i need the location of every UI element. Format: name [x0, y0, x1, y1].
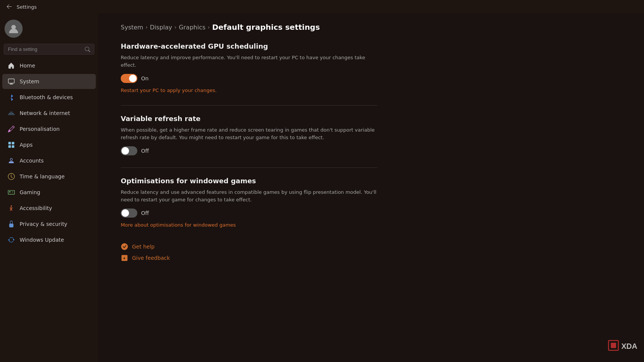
sidebar-item-apps[interactable]: Apps [2, 137, 96, 152]
variable-refresh-desc: When possible, get a higher frame rate a… [121, 126, 377, 141]
toggle-track-windowed [121, 209, 137, 218]
windowed-games-title: Optimisations for windowed games [121, 177, 377, 185]
system-icon [8, 78, 15, 85]
variable-refresh-toggle-label: Off [141, 148, 149, 154]
sidebar-item-personalisation[interactable]: Personalisation [2, 121, 96, 137]
svg-point-8 [11, 206, 12, 207]
breadcrumb-current: Default graphics settings [212, 23, 320, 32]
toggle-thumb-vrr [121, 147, 129, 155]
sidebar-label-system: System [20, 78, 39, 84]
toggle-track-gpu [121, 74, 137, 83]
svg-rect-10 [611, 343, 616, 348]
windowed-games-toggle[interactable] [121, 209, 137, 218]
breadcrumb-sep-2: › [174, 24, 177, 30]
sidebar-item-gaming[interactable]: Gaming [2, 185, 96, 200]
search-box[interactable] [4, 44, 94, 55]
update-icon [8, 236, 15, 244]
variable-refresh-toggle-row: Off [121, 146, 377, 155]
variable-refresh-section: Variable refresh rate When possible, get… [121, 115, 377, 155]
toggle-thumb-windowed [121, 209, 129, 217]
sidebar-item-privacy[interactable]: Privacy & security [2, 216, 96, 232]
breadcrumb-sep-1: › [146, 24, 148, 30]
restart-warning[interactable]: Restart your PC to apply your changes. [121, 87, 217, 93]
user-profile [0, 14, 98, 44]
svg-rect-7 [12, 145, 14, 148]
avatar [5, 20, 23, 38]
get-help-label: Get help [132, 244, 155, 250]
sidebar-item-home[interactable]: Home [2, 58, 96, 73]
breadcrumb-sep-3: › [208, 24, 210, 30]
sidebar-item-network[interactable]: Network & internet [2, 106, 96, 121]
sidebar: Home System Bluetooth & devices [0, 14, 98, 362]
privacy-icon [8, 220, 15, 228]
toggle-thumb-gpu [129, 75, 137, 82]
gpu-scheduling-toggle-row: On [121, 74, 377, 83]
gpu-scheduling-section: Hardware-accelerated GPU scheduling Redu… [121, 42, 377, 93]
breadcrumb-display[interactable]: Display [150, 24, 172, 31]
titlebar: Settings [0, 0, 644, 14]
gpu-scheduling-toggle[interactable] [121, 74, 137, 83]
sidebar-item-update[interactable]: Windows Update [2, 232, 96, 247]
svg-rect-4 [8, 142, 11, 144]
help-section: Get help Give feedback [121, 243, 621, 262]
breadcrumb: System › Display › Graphics › Default gr… [121, 23, 621, 32]
sidebar-item-system[interactable]: System [2, 74, 96, 89]
sidebar-label-home: Home [20, 63, 35, 69]
give-feedback-icon [121, 254, 128, 262]
accounts-icon [8, 157, 15, 164]
divider-1 [121, 105, 377, 106]
sidebar-label-accessibility: Accessibility [20, 205, 52, 211]
sidebar-item-accessibility[interactable]: Accessibility [2, 201, 96, 216]
sidebar-label-personalisation: Personalisation [20, 126, 60, 132]
apps-icon [8, 141, 15, 149]
give-feedback-row[interactable]: Give feedback [121, 254, 621, 262]
windowed-games-toggle-label: Off [141, 210, 149, 216]
search-icon [85, 47, 90, 52]
personalisation-icon [8, 125, 15, 133]
sidebar-label-privacy: Privacy & security [20, 221, 67, 227]
windowed-games-toggle-row: Off [121, 209, 377, 218]
get-help-icon [121, 243, 128, 250]
get-help-row[interactable]: Get help [121, 243, 621, 250]
back-button[interactable] [5, 2, 14, 11]
breadcrumb-system[interactable]: System [121, 24, 143, 31]
gaming-icon [8, 189, 15, 196]
svg-text:XDA: XDA [621, 342, 637, 350]
breadcrumb-graphics[interactable]: Graphics [179, 24, 206, 31]
give-feedback-label: Give feedback [132, 255, 170, 261]
titlebar-title: Settings [17, 4, 37, 10]
app-layout: Home System Bluetooth & devices [0, 14, 644, 362]
windowed-games-link[interactable]: More about optimisations for windowed ga… [121, 222, 236, 228]
toggle-track-vrr [121, 146, 137, 155]
svg-rect-6 [8, 145, 11, 148]
time-icon [8, 173, 15, 180]
divider-2 [121, 167, 377, 168]
bluetooth-icon [8, 94, 15, 101]
sidebar-label-time: Time & language [20, 173, 65, 179]
sidebar-label-bluetooth: Bluetooth & devices [20, 94, 73, 100]
main-content: System › Display › Graphics › Default gr… [98, 14, 644, 362]
xda-watermark: XDA [608, 340, 638, 356]
svg-rect-1 [8, 79, 14, 83]
gpu-scheduling-desc: Reduce latency and improve performance. … [121, 54, 377, 69]
svg-rect-5 [12, 142, 14, 144]
sidebar-label-network: Network & internet [20, 110, 70, 116]
variable-refresh-toggle[interactable] [121, 146, 137, 155]
search-input[interactable] [8, 46, 82, 52]
sidebar-label-gaming: Gaming [20, 189, 40, 195]
sidebar-label-accounts: Accounts [20, 158, 44, 164]
gpu-scheduling-title: Hardware-accelerated GPU scheduling [121, 42, 377, 50]
gpu-scheduling-toggle-label: On [141, 75, 149, 81]
windowed-games-section: Optimisations for windowed games Reduce … [121, 177, 377, 228]
sidebar-item-time[interactable]: Time & language [2, 169, 96, 184]
sidebar-item-bluetooth[interactable]: Bluetooth & devices [2, 90, 96, 105]
variable-refresh-title: Variable refresh rate [121, 115, 377, 123]
sidebar-item-accounts[interactable]: Accounts [2, 153, 96, 168]
sidebar-label-update: Windows Update [20, 237, 64, 243]
accessibility-icon [8, 204, 15, 212]
windowed-games-desc: Reduce latency and use advanced features… [121, 189, 377, 203]
network-icon [8, 109, 15, 117]
sidebar-label-apps: Apps [20, 142, 33, 148]
home-icon [8, 62, 15, 69]
svg-rect-3 [10, 84, 13, 84]
